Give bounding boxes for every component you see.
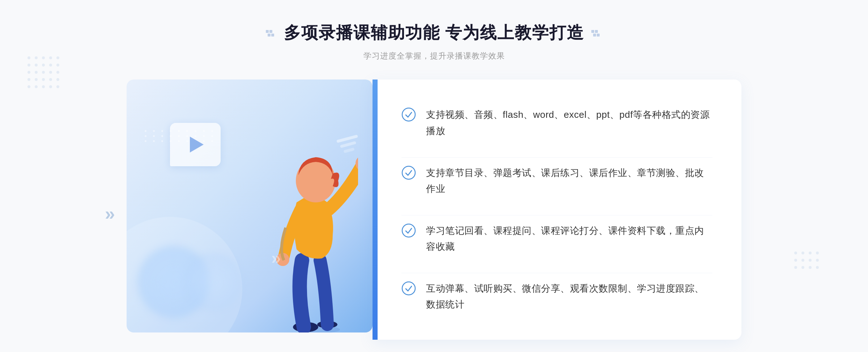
svg-point-34	[801, 266, 804, 269]
svg-point-7	[42, 64, 45, 66]
svg-point-13	[49, 71, 52, 74]
svg-rect-37	[266, 30, 269, 33]
svg-point-36	[816, 266, 819, 269]
feature-item-1: 支持视频、音频、flash、word、excel、ppt、pdf等各种格式的资源…	[401, 99, 712, 146]
feature-text-3: 学习笔记回看、课程提问、课程评论打分、课件资料下载，重点内容收藏	[426, 223, 712, 254]
svg-point-2	[42, 56, 45, 59]
svg-point-1	[35, 56, 38, 59]
svg-point-22	[42, 85, 45, 88]
feature-item-4: 互动弹幕、试听购买、微信分享、观看次数限制、学习进度跟踪、数据统计	[401, 273, 712, 319]
svg-point-6	[35, 64, 38, 66]
svg-point-19	[56, 78, 59, 81]
svg-point-55	[402, 282, 415, 295]
svg-point-23	[49, 85, 52, 88]
svg-point-5	[27, 64, 30, 66]
svg-rect-41	[591, 30, 594, 33]
subtitle: 学习进度全掌握，提升录播课教学效果	[266, 51, 603, 61]
svg-point-15	[27, 78, 30, 81]
check-circle-icon-3	[401, 223, 416, 238]
svg-point-28	[816, 252, 819, 254]
accent-lines	[336, 137, 358, 152]
svg-point-17	[42, 78, 45, 81]
features-panel: 支持视频、音频、flash、word、excel、ppt、pdf等各种格式的资源…	[373, 80, 741, 340]
header-section: 多项录播课辅助功能 专为线上教学打造 学习进度全掌握，提升录播课教学效果	[266, 22, 603, 61]
svg-point-4	[56, 56, 59, 59]
svg-point-12	[42, 71, 45, 74]
svg-point-18	[49, 78, 52, 81]
check-circle-icon-4	[401, 281, 416, 296]
svg-point-0	[27, 56, 30, 59]
svg-point-8	[49, 64, 52, 66]
svg-rect-44	[597, 34, 600, 37]
feature-text-2: 支持章节目录、弹题考试、课后练习、课后作业、章节测验、批改作业	[426, 165, 712, 197]
svg-point-27	[809, 252, 812, 254]
svg-point-24	[56, 85, 59, 88]
svg-point-21	[35, 85, 38, 88]
title-decorator-right	[591, 29, 602, 37]
illustration-card: »	[127, 80, 373, 332]
title-decorator-left	[266, 29, 277, 37]
svg-point-52	[402, 108, 415, 121]
svg-point-25	[794, 252, 797, 254]
svg-rect-38	[269, 30, 272, 33]
blob2	[184, 253, 242, 311]
svg-point-29	[794, 259, 797, 262]
svg-point-26	[801, 252, 804, 254]
main-content: »	[127, 80, 741, 340]
left-chevron-icon: »	[105, 203, 115, 224]
svg-point-10	[27, 71, 30, 74]
svg-point-16	[35, 78, 38, 81]
blue-accent-bar	[373, 80, 378, 340]
svg-rect-40	[271, 34, 274, 37]
svg-point-20	[27, 85, 30, 88]
feature-text-1: 支持视频、音频、flash、word、excel、ppt、pdf等各种格式的资源…	[426, 107, 712, 138]
svg-point-53	[402, 166, 415, 179]
play-icon	[190, 137, 204, 153]
person-figure: »	[250, 123, 358, 332]
svg-point-11	[35, 71, 38, 74]
svg-rect-43	[593, 34, 596, 37]
svg-point-9	[56, 64, 59, 66]
svg-point-35	[809, 266, 812, 269]
feature-text-4: 互动弹幕、试听购买、微信分享、观看次数限制、学习进度跟踪、数据统计	[426, 280, 712, 312]
main-title: 多项录播课辅助功能 专为线上教学打造	[284, 22, 584, 44]
page-container: 多项录播课辅助功能 专为线上教学打造 学习进度全掌握，提升录播课教学效果 »	[0, 0, 868, 352]
svg-point-3	[49, 56, 52, 59]
svg-text:»: »	[271, 248, 281, 267]
svg-rect-42	[595, 30, 598, 33]
check-circle-icon-1	[401, 107, 416, 122]
svg-point-33	[794, 266, 797, 269]
svg-rect-39	[268, 34, 271, 37]
title-row: 多项录播课辅助功能 专为线上教学打造	[266, 22, 603, 44]
svg-point-14	[56, 71, 59, 74]
svg-point-30	[801, 259, 804, 262]
svg-point-54	[402, 224, 415, 237]
feature-item-3: 学习笔记回看、课程提问、课程评论打分、课件资料下载，重点内容收藏	[401, 215, 712, 262]
svg-point-31	[809, 259, 812, 262]
svg-point-32	[816, 259, 819, 262]
play-bubble	[170, 123, 221, 166]
feature-item-2: 支持章节目录、弹题考试、课后练习、课后作业、章节测验、批改作业	[401, 157, 712, 204]
check-circle-icon-2	[401, 166, 416, 180]
